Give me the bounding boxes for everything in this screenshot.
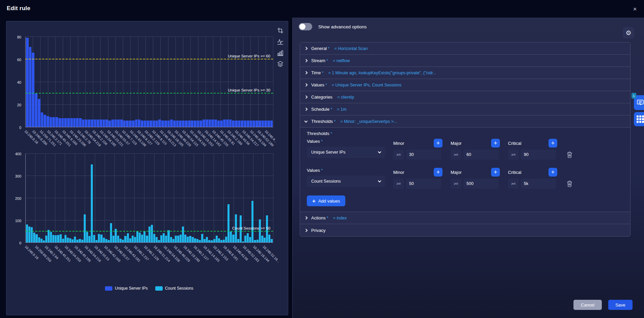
bar[interactable] (146, 236, 148, 243)
add-minor-button[interactable]: + (434, 168, 442, 177)
bar[interactable] (232, 121, 235, 127)
bar[interactable] (41, 112, 44, 127)
bar[interactable] (252, 121, 255, 127)
bar[interactable] (206, 237, 208, 243)
trash-icon[interactable] (565, 150, 574, 160)
section-schedule[interactable]: Schedule = 1m (300, 103, 630, 115)
bar[interactable] (264, 238, 266, 243)
bar[interactable] (35, 234, 37, 243)
bar[interactable] (114, 120, 117, 127)
bar[interactable] (38, 99, 41, 127)
trash-icon[interactable] (565, 179, 574, 189)
bar[interactable] (134, 237, 136, 243)
bar[interactable] (86, 232, 88, 243)
critical-value-input[interactable] (521, 150, 556, 160)
add-minor-button[interactable]: + (434, 139, 442, 148)
bar[interactable] (88, 120, 90, 127)
bar[interactable] (79, 118, 82, 127)
bar[interactable] (214, 120, 217, 127)
section-actions[interactable]: Actions = index (300, 212, 630, 224)
bar[interactable] (270, 121, 273, 127)
advanced-options-toggle[interactable] (299, 23, 312, 30)
bar[interactable] (259, 121, 261, 127)
bar[interactable] (192, 237, 194, 243)
section-categories[interactable]: Categories = clientIp (300, 91, 630, 103)
bar[interactable] (229, 120, 232, 127)
bar[interactable] (26, 38, 29, 127)
layers-icon[interactable] (276, 60, 284, 68)
section-general[interactable]: General = Horizontal Scan (300, 43, 630, 55)
bar[interactable] (32, 53, 34, 127)
bar[interactable] (216, 236, 218, 243)
bar[interactable] (93, 235, 95, 243)
bar[interactable] (160, 235, 162, 243)
bar[interactable] (55, 235, 57, 243)
bar[interactable] (167, 121, 170, 127)
bar[interactable] (44, 115, 46, 127)
bar[interactable] (132, 236, 134, 243)
bar[interactable] (227, 204, 230, 243)
bar[interactable] (230, 232, 232, 243)
bar[interactable] (180, 235, 182, 243)
bar[interactable] (57, 235, 59, 243)
bar[interactable] (244, 236, 246, 243)
bar[interactable] (60, 234, 62, 243)
section-time[interactable]: Time = 1 Minute ago, lookupKeyExists("gr… (300, 67, 630, 79)
bar[interactable] (52, 235, 54, 243)
add-critical-button[interactable]: + (548, 168, 557, 177)
bar[interactable] (67, 238, 69, 243)
major-operator[interactable]: >= (451, 150, 461, 160)
bar[interactable] (177, 236, 179, 243)
bar[interactable] (35, 94, 37, 128)
bar[interactable] (144, 121, 146, 127)
bar[interactable] (110, 223, 112, 243)
section-stream[interactable]: Stream = netflow (300, 55, 630, 67)
bar[interactable] (103, 238, 105, 243)
bar[interactable] (206, 120, 208, 127)
bar[interactable] (232, 235, 234, 243)
bar[interactable] (50, 232, 52, 243)
bar[interactable] (261, 236, 263, 243)
bar[interactable] (249, 237, 251, 243)
bar[interactable] (199, 121, 202, 127)
critical-operator[interactable]: >= (508, 150, 519, 160)
section-thresholds[interactable]: Thresholds = Minor: _uniqueServerIps >..… (300, 115, 630, 128)
bar[interactable] (264, 121, 267, 127)
bar[interactable] (262, 121, 264, 127)
bar[interactable] (85, 120, 87, 127)
bar[interactable] (84, 214, 86, 243)
minor-operator[interactable]: >= (393, 150, 404, 160)
bar[interactable] (220, 121, 223, 127)
bar[interactable] (158, 120, 161, 127)
bar[interactable] (126, 121, 129, 127)
bar[interactable] (55, 117, 58, 127)
bar[interactable] (64, 118, 67, 127)
save-button[interactable]: Save (608, 300, 633, 310)
bar[interactable] (141, 121, 143, 127)
bar[interactable] (256, 121, 258, 127)
major-value-input[interactable] (463, 179, 499, 189)
bar[interactable] (241, 121, 243, 127)
bar[interactable] (136, 232, 138, 243)
bar[interactable] (197, 121, 199, 127)
bar[interactable] (189, 236, 191, 243)
bar[interactable] (156, 237, 158, 243)
bar[interactable] (163, 233, 165, 243)
bar[interactable] (108, 121, 111, 127)
critical-operator[interactable]: >= (508, 179, 519, 189)
bar[interactable] (251, 201, 253, 243)
bar[interactable] (45, 236, 47, 243)
bar[interactable] (127, 233, 129, 243)
minor-value-input[interactable] (406, 179, 441, 189)
zoom-select-icon[interactable] (276, 27, 284, 34)
bar[interactable] (173, 121, 176, 127)
bar[interactable] (182, 121, 185, 127)
bar[interactable] (146, 121, 149, 127)
bar[interactable] (182, 227, 184, 243)
bar[interactable] (203, 120, 205, 127)
add-major-button[interactable]: + (491, 139, 500, 148)
critical-value-input[interactable] (521, 179, 556, 189)
bar[interactable] (88, 236, 90, 243)
bar[interactable] (167, 230, 169, 243)
bar[interactable] (149, 227, 151, 243)
